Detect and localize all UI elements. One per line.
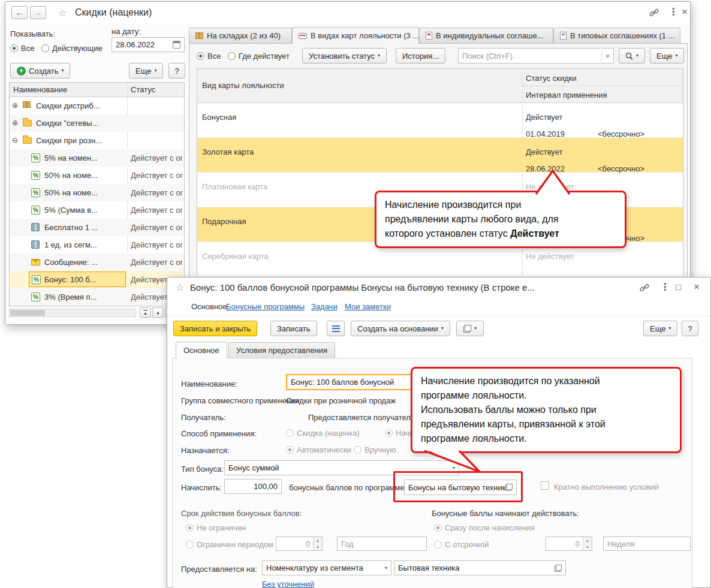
more-menu-icon[interactable]: ⋮: [660, 282, 670, 292]
spin-up-icon[interactable]: ▴: [314, 537, 322, 544]
tree-row[interactable]: Бесплатно 1 ...Действует с ог...: [10, 219, 184, 236]
tree-row-group[interactable]: ⊖Скидки при розн...: [10, 132, 184, 149]
show-all-radio[interactable]: Все: [10, 44, 34, 53]
expand-icon[interactable]: ⊕: [12, 101, 18, 110]
expand-icon[interactable]: ⊕: [12, 119, 18, 127]
close-window-icon[interactable]: ×: [682, 7, 688, 17]
get-link-icon[interactable]: [649, 8, 659, 17]
tree-row[interactable]: %50% на номе...Действует с ог...: [10, 167, 184, 184]
spin-up-icon[interactable]: ▴: [583, 537, 592, 544]
help-button[interactable]: ?: [168, 63, 185, 79]
assign-auto-radio[interactable]: Автоматически: [286, 445, 351, 454]
tree-row[interactable]: Сообщение: ...Действует с ог...: [10, 254, 184, 271]
tree-row-selected[interactable]: %Бонус: 100 б...Действует...: [10, 271, 184, 288]
validity-limited-radio[interactable]: Ограничен периодом: [186, 540, 273, 549]
interval-header[interactable]: Интервал применения: [526, 91, 607, 99]
tab-loyalty-cards[interactable]: В видах карт лояльности (3 ...: [292, 27, 419, 44]
panel-more-button[interactable]: Еще▾: [650, 48, 684, 64]
favorites-star-icon[interactable]: ☆: [176, 283, 184, 293]
date-field[interactable]: 28.06.2022: [112, 37, 185, 52]
spinner[interactable]: ▴▾: [583, 537, 592, 550]
card-row[interactable]: БонуснаяДействует01.04.2019<бессрочно>: [197, 103, 683, 138]
start-immediate-radio[interactable]: Сразу после начисления: [434, 523, 535, 532]
search-button[interactable]: ▾: [619, 48, 645, 64]
validity-unlimited-radio[interactable]: Не ограничен: [186, 523, 246, 532]
name-input[interactable]: Бонус: 100 баллов бонусной: [286, 374, 419, 390]
column-status-header[interactable]: Статус: [131, 85, 155, 94]
tab-standard-agreements[interactable]: В типовых соглашениях (1 ...: [553, 28, 680, 43]
spinner[interactable]: ▴▾: [313, 537, 322, 550]
history-button[interactable]: История...: [396, 48, 445, 64]
favorites-star-icon[interactable]: ☆: [58, 8, 67, 18]
back-button[interactable]: ←: [11, 6, 28, 19]
filter-all-radio[interactable]: Все: [197, 52, 221, 61]
scrollbar-thumb[interactable]: [10, 310, 45, 316]
status-header[interactable]: Статус скидки: [526, 74, 577, 83]
tree-item-label: Скидки дистриб...: [36, 101, 100, 110]
start-count-field[interactable]: 0▴▾: [546, 536, 592, 551]
column-name-header[interactable]: Наименование: [13, 85, 67, 94]
create-based-button[interactable]: Создать на основании▾: [351, 321, 450, 336]
date-value: 28.06.2022: [116, 40, 155, 49]
save-button[interactable]: Записать: [270, 321, 317, 336]
show-active-radio[interactable]: Действующие: [41, 44, 103, 53]
scroll-up-button[interactable]: ▲: [152, 307, 164, 318]
tab-conditions[interactable]: Условия предоставления: [228, 342, 335, 358]
nav-notes[interactable]: Мои заметки: [345, 302, 391, 311]
card-row-selected[interactable]: Золотая картаДействует28.06.2022<бессроч…: [197, 138, 683, 173]
dialog-help-button[interactable]: ?: [682, 321, 698, 336]
maximize-icon[interactable]: □: [676, 282, 681, 291]
close-dialog-icon[interactable]: ×: [694, 282, 700, 292]
nav-main[interactable]: Основное: [191, 302, 227, 311]
method-discount-radio[interactable]: Скидка (наценка): [286, 429, 360, 438]
list-more-button[interactable]: Еще▾: [129, 63, 163, 79]
copy-button[interactable]: ▾: [456, 321, 484, 336]
related-documents-button[interactable]: [327, 321, 345, 336]
segment-field[interactable]: Бытовая техника: [394, 560, 566, 575]
spin-down-icon[interactable]: ▾: [314, 544, 322, 550]
highlight-program-field: [393, 471, 523, 502]
tab-main[interactable]: Основное: [176, 342, 227, 358]
tree-row[interactable]: %50% на номе...Действует с ог...: [10, 184, 184, 201]
open-icon[interactable]: [555, 565, 562, 572]
tree-row-group[interactable]: ⊕Скидки "сетевы...: [10, 114, 184, 132]
save-close-button[interactable]: Записать и закрыть: [173, 321, 257, 336]
multiple-checkbox[interactable]: [541, 481, 549, 490]
dialog-more-button[interactable]: Еще▾: [643, 321, 677, 336]
scroll-to-top-button[interactable]: ▲: [140, 307, 151, 318]
create-button[interactable]: +Создать▾: [10, 63, 70, 79]
start-delayed-radio[interactable]: С отсрочкой: [434, 540, 489, 549]
nav-bonus-programs[interactable]: Бонусные программы: [226, 302, 305, 311]
more-menu-icon[interactable]: ⋮: [668, 7, 678, 17]
no-details-link[interactable]: Без уточнений: [262, 580, 314, 588]
validity-count-field[interactable]: 0▴▾: [276, 536, 323, 551]
group-value[interactable]: Скидки при розничной продаж: [286, 396, 396, 405]
spin-down-icon[interactable]: ▾: [583, 544, 592, 550]
discounts-list-panel: Показывать: Все Действующие на дату: 28.…: [9, 26, 188, 324]
calendar-icon[interactable]: [173, 41, 180, 49]
accrue-amount-input[interactable]: 100,00: [224, 479, 282, 494]
tree-row[interactable]: %5% на номен...Действует с ог...: [10, 149, 184, 167]
start-unit-field[interactable]: Неделя: [603, 536, 691, 551]
validity-unit-field[interactable]: Год: [337, 536, 427, 551]
filter-where-active-radio[interactable]: Где действует: [228, 52, 290, 61]
clear-search-icon[interactable]: ×: [601, 52, 613, 61]
tab-warehouses[interactable]: На складах (2 из 40): [189, 28, 292, 43]
tree-row[interactable]: %3% (Время п...Действует...: [10, 288, 184, 306]
tree-row-group[interactable]: ⊕Скидки дистриб...: [10, 97, 184, 114]
collapse-icon[interactable]: ⊖: [12, 136, 18, 144]
caret-down-icon[interactable]: ▾: [382, 565, 387, 571]
tree-row[interactable]: %5% (Сумма в...Действует с ог...: [10, 201, 184, 219]
tab-individual-agreements[interactable]: В индивидуальных соглаше...: [419, 28, 553, 43]
get-link-icon[interactable]: [640, 283, 649, 293]
provided-combo[interactable]: Номенклатуру из сегмента▾: [262, 560, 391, 575]
search-input[interactable]: [459, 49, 601, 63]
horizontal-scrollbar[interactable]: [9, 309, 136, 317]
assign-manual-radio[interactable]: Вручную: [354, 445, 396, 454]
set-status-button[interactable]: Установить статус▾: [302, 48, 387, 64]
forward-button[interactable]: →: [30, 6, 46, 19]
validity-unit-value: Год: [341, 539, 354, 548]
nav-tasks[interactable]: Задачи: [311, 302, 338, 311]
card-type-header[interactable]: Вид карты лояльности: [202, 81, 284, 90]
tree-row[interactable]: 1 ед. из сегм...Действует с ог...: [10, 236, 184, 254]
